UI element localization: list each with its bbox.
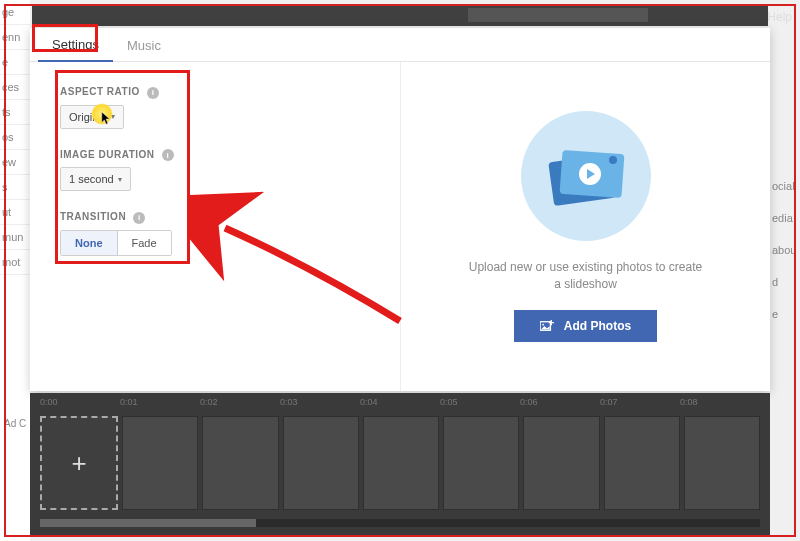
annotation-outer-border bbox=[4, 4, 796, 537]
cursor-icon bbox=[101, 112, 113, 128]
